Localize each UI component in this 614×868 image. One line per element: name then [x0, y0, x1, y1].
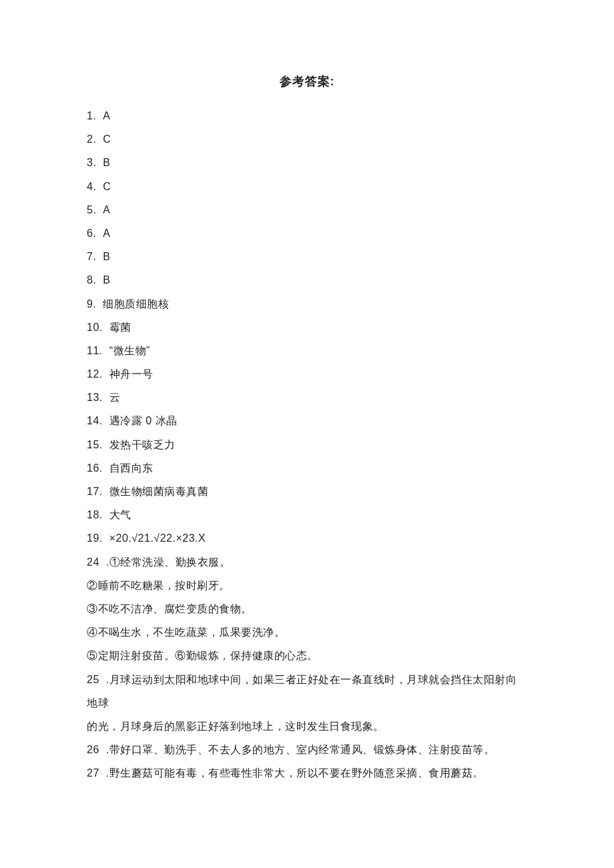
answer-number: 27 [87, 761, 99, 785]
answer-text: .①经常洗澡、勤换衣服。 [106, 556, 230, 568]
answer-text: 神舟一号 [109, 368, 154, 380]
answer-item: 9.细胞质细胞核 [87, 292, 527, 316]
answer-number: 17. [87, 480, 103, 503]
answer-text: .月球运动到太阳和地球中间，如果三者正好处在一条直线时，月球就会挡住太阳射向地球 [87, 674, 517, 709]
answer-number: 16. [87, 456, 103, 480]
q24-block: 24.①经常洗澡、勤换衣服。 ②睡前不吃糖果，按时刷牙。 ③不吃不洁净、腐烂变质… [87, 550, 527, 668]
numbered-answers-block: 1.A 2.C 3.B 4.C 5.A 6.A 7.B 8.B 9.细胞质细胞核… [87, 104, 527, 550]
answer-item: 2.C [87, 127, 527, 151]
answer-item: 17.微生物细菌病毒真菌 [87, 480, 527, 503]
answer-text: 发热干咳乏力 [109, 439, 176, 450]
answer-item: 16.自西向东 [87, 456, 527, 480]
answer-item: 12.神舟一号 [87, 362, 527, 386]
answer-item: 27.野生蘑菇可能有毒，有些毒性非常大，所以不要在野外随意采摘、食用蘑菇。 [87, 761, 527, 785]
answer-subline: ②睡前不吃糖果，按时刷牙。 [87, 574, 527, 597]
document-title: 参考答案: [87, 73, 527, 89]
answer-text: 微生物细菌病毒真菌 [109, 486, 209, 497]
answer-number: 5. [87, 198, 96, 222]
answer-text: B [103, 157, 110, 168]
answer-text: 大气 [109, 509, 131, 520]
answer-number: 19. [87, 526, 103, 550]
answer-text: 霉菌 [109, 322, 131, 333]
answer-item: 3.B [87, 151, 527, 174]
answer-item: 8.B [87, 268, 527, 292]
answer-item: 10.霉菌 [87, 316, 527, 339]
answer-item: 11.“微生物” [87, 339, 527, 362]
answer-number: 15. [87, 433, 103, 456]
answer-text: A [103, 110, 110, 121]
answer-continuation: 的光，月球身后的黑影正好落到地球上，这时发生日食现象。 [87, 715, 527, 738]
answer-number: 4. [87, 175, 96, 198]
answer-number: 6. [87, 222, 96, 245]
answer-number: 18. [87, 503, 103, 526]
answer-text: B [103, 274, 110, 286]
answer-text: 细胞质细胞核 [103, 298, 169, 310]
answer-text: “微生物” [109, 345, 150, 356]
answer-number: 12. [87, 362, 103, 386]
answer-number: 13. [87, 386, 103, 409]
answer-text: .带好口罩、勤洗手、不去人多的地方、室内经常通风、锻炼身体、注射疫苗等。 [106, 744, 495, 755]
answer-item: 26.带好口罩、勤洗手、不去人多的地方、室内经常通风、锻炼身体、注射疫苗等。 [87, 738, 527, 761]
answer-item: 19.×20.√21.√22.×23.X [87, 526, 527, 550]
answer-item: 7.B [87, 245, 527, 268]
answer-text: 云 [109, 392, 121, 403]
answer-item: 13.云 [87, 386, 527, 409]
answer-text: C [103, 181, 111, 192]
answer-number: 2. [87, 127, 96, 151]
answer-number: 10. [87, 316, 103, 339]
answer-text: ×20.√21.√22.×23.X [109, 532, 206, 544]
answer-number: 25 [87, 668, 99, 691]
answer-text: .野生蘑菇可能有毒，有些毒性非常大，所以不要在野外随意采摘、食用蘑菇。 [106, 767, 484, 779]
answer-number: 3. [87, 151, 96, 174]
answer-subline: ⑤定期注射疫苗。⑥勤锻炼，保持健康的心态。 [87, 644, 527, 667]
answer-number: 9. [87, 292, 96, 316]
answer-text: A [103, 204, 110, 215]
answer-text: 遇冷露 0 冰晶 [109, 415, 178, 426]
answer-item: 1.A [87, 104, 527, 127]
answer-item: 25.月球运动到太阳和地球中间，如果三者正好处在一条直线时，月球就会挡住太阳射向… [87, 668, 527, 715]
answer-item: 18.大气 [87, 503, 527, 526]
answer-item: 15.发热干咳乏力 [87, 433, 527, 456]
answer-text: A [103, 228, 110, 239]
answer-item: 4.C [87, 175, 527, 198]
answer-number: 8. [87, 268, 96, 292]
answer-number: 14. [87, 409, 103, 432]
answer-number: 11. [87, 339, 103, 362]
answer-subline: ④不喝生水，不生吃蔬菜，瓜果要洗净。 [87, 620, 527, 644]
answer-item: 14.遇冷露 0 冰晶 [87, 409, 527, 432]
answer-text: 自西向东 [109, 462, 154, 474]
answer-text: C [103, 133, 111, 145]
answer-text: B [103, 251, 110, 262]
answer-number: 1. [87, 104, 96, 127]
answer-number: 26 [87, 738, 99, 761]
answer-subline: ③不吃不洁净、腐烂变质的食物。 [87, 597, 527, 620]
answer-number: 24 [87, 550, 99, 574]
answer-item: 5.A [87, 198, 527, 222]
answer-item: 24.①经常洗澡、勤换衣服。 [87, 550, 527, 574]
q25-block: 25.月球运动到太阳和地球中间，如果三者正好处在一条直线时，月球就会挡住太阳射向… [87, 668, 527, 739]
answer-number: 7. [87, 245, 96, 268]
answer-item: 6.A [87, 222, 527, 245]
answer-key-document: 参考答案: 1.A 2.C 3.B 4.C 5.A 6.A 7.B 8.B 9.… [0, 0, 614, 868]
